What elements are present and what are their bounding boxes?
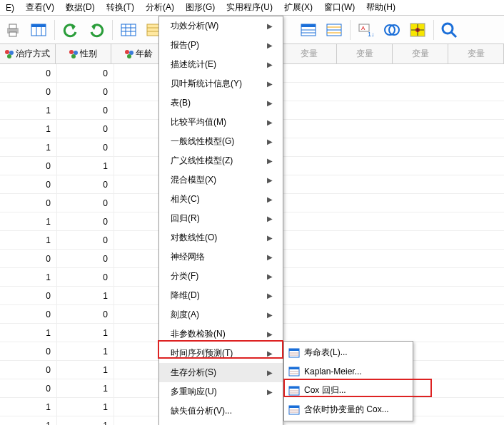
survival-menuitem[interactable]: Kaplan-Meier... bbox=[284, 362, 413, 381]
table-cell[interactable]: 0 bbox=[57, 194, 114, 212]
analyze-menuitem[interactable]: 描述统计(E)▶ bbox=[159, 55, 283, 74]
menu-window[interactable]: 窗口(W) bbox=[318, 0, 361, 16]
table-cell[interactable]: 0 bbox=[0, 64, 57, 82]
menu-extensions[interactable]: 扩展(X) bbox=[278, 0, 318, 16]
analyze-menuitem[interactable]: 多重响应(U)▶ bbox=[159, 382, 283, 401]
analyze-menuitem[interactable]: 一般线性模型(G)▶ bbox=[159, 132, 283, 151]
analyze-menuitem[interactable]: 神经网络▶ bbox=[159, 247, 283, 267]
table-cell[interactable]: 0 bbox=[0, 194, 57, 212]
table-cell[interactable]: 0 bbox=[0, 361, 57, 379]
table-cell[interactable]: 1 bbox=[57, 342, 114, 360]
analyze-menuitem[interactable]: 回归(R)▶ bbox=[159, 209, 283, 228]
print-icon[interactable] bbox=[3, 20, 23, 40]
search-icon[interactable] bbox=[440, 20, 460, 40]
undo-icon[interactable] bbox=[61, 20, 81, 40]
grid1-icon[interactable] bbox=[119, 20, 138, 40]
analyze-menuitem[interactable]: 降维(D)▶ bbox=[159, 286, 283, 305]
menu-analyze[interactable]: 分析(A) bbox=[140, 0, 180, 16]
redo-icon[interactable] bbox=[86, 20, 106, 40]
col-empty[interactable]: 变量 bbox=[393, 44, 448, 63]
table-cell[interactable]: 1 bbox=[0, 324, 57, 342]
table-cell[interactable]: 1 bbox=[0, 398, 57, 416]
analyze-menuitem[interactable]: 缺失值分析(V)... bbox=[159, 401, 283, 421]
menu-data[interactable]: 数据(D) bbox=[60, 0, 101, 16]
table-cell[interactable]: 0 bbox=[57, 138, 114, 156]
analyze-menuitem[interactable]: 时间序列预测(T)▶ bbox=[159, 344, 283, 363]
menu-help[interactable]: 帮助(H) bbox=[361, 0, 401, 16]
table-cell[interactable]: 0 bbox=[57, 101, 114, 119]
data-view-icon[interactable] bbox=[29, 20, 49, 40]
table-cell[interactable]: 1 bbox=[57, 287, 114, 304]
table-cell[interactable]: 0 bbox=[57, 231, 114, 249]
table-cell[interactable]: 0 bbox=[57, 175, 114, 193]
table-cell[interactable]: 0 bbox=[0, 175, 57, 193]
table-cell[interactable]: 0 bbox=[0, 157, 57, 175]
table-cell[interactable]: 0 bbox=[57, 83, 114, 101]
analyze-menuitem[interactable]: 比较平均值(M)▶ bbox=[159, 113, 283, 132]
menuitem-label: 降维(D) bbox=[171, 290, 200, 302]
analyze-menuitem[interactable]: 功效分析(W)▶ bbox=[159, 16, 283, 36]
table-cell[interactable]: 0 bbox=[57, 250, 114, 267]
analyze-menuitem[interactable]: 刻度(A)▶ bbox=[159, 305, 283, 324]
analyze-menuitem[interactable]: 广义线性模型(Z)▶ bbox=[159, 151, 283, 170]
svg-point-39 bbox=[71, 54, 76, 58]
table-cell[interactable]: 0 bbox=[0, 287, 57, 304]
analyze-menuitem[interactable]: 分类(F)▶ bbox=[159, 267, 283, 286]
analyze-menuitem[interactable]: 生存分析(S)▶ bbox=[159, 363, 283, 382]
table-cell[interactable]: 0 bbox=[57, 268, 114, 286]
table-cell[interactable]: 1 bbox=[57, 324, 114, 342]
survival-menuitem[interactable]: Cox 回归... bbox=[284, 381, 413, 400]
menu-utilities[interactable]: 实用程序(U) bbox=[221, 0, 278, 16]
sets-icon[interactable] bbox=[382, 20, 402, 40]
table-cell[interactable]: 1 bbox=[57, 379, 114, 397]
submenu-arrow-icon: ▶ bbox=[267, 195, 273, 203]
analyze-menuitem[interactable]: 混合模型(X)▶ bbox=[159, 170, 283, 190]
svg-point-42 bbox=[127, 54, 131, 58]
analyze-menuitem[interactable]: 非参数检验(N)▶ bbox=[159, 324, 283, 344]
svg-rect-52 bbox=[289, 386, 299, 389]
analyze-menuitem[interactable]: 对数线性(O)▶ bbox=[159, 228, 283, 247]
analyze-menuitem[interactable]: 表(B)▶ bbox=[159, 93, 283, 113]
table-cell[interactable]: 1 bbox=[57, 361, 114, 379]
table-cell[interactable]: 0 bbox=[0, 342, 57, 360]
table-cell[interactable]: 1 bbox=[0, 416, 57, 425]
col-sex[interactable]: 性别 bbox=[56, 44, 111, 63]
col-empty[interactable]: 变量 bbox=[448, 44, 504, 63]
analyze-menuitem[interactable]: 相关(C)▶ bbox=[159, 190, 283, 209]
survival-menuitem[interactable]: 寿命表(L)... bbox=[284, 343, 413, 362]
col-empty[interactable]: 变量 bbox=[281, 44, 337, 63]
analyze-menuitem[interactable]: 多重插补(I)▶ bbox=[159, 421, 283, 425]
table-cell[interactable]: 0 bbox=[0, 250, 57, 267]
table-cell[interactable]: 1 bbox=[0, 231, 57, 249]
table-cell[interactable]: 1 bbox=[0, 268, 57, 286]
table-cell[interactable]: 1 bbox=[0, 101, 57, 119]
menuitem-label: Cox 回归... bbox=[304, 384, 346, 396]
grid4-icon[interactable] bbox=[324, 20, 344, 40]
table-cell[interactable]: 1 bbox=[57, 416, 114, 425]
table-cell[interactable]: 0 bbox=[0, 379, 57, 397]
table-cell[interactable]: 1 bbox=[0, 212, 57, 230]
target-icon[interactable] bbox=[408, 20, 428, 40]
grid3-icon[interactable] bbox=[298, 20, 318, 40]
analyze-menuitem[interactable]: 报告(P)▶ bbox=[159, 36, 283, 55]
menu-graphs[interactable]: 图形(G) bbox=[180, 0, 221, 16]
label-icon[interactable]: A1↓ bbox=[356, 20, 376, 40]
table-cell[interactable]: 1 bbox=[57, 157, 114, 175]
col-therapy[interactable]: 治疗方式 bbox=[0, 44, 56, 63]
col-empty[interactable]: 变量 bbox=[337, 44, 393, 63]
survival-menuitem[interactable]: 含依时协变量的 Cox... bbox=[284, 400, 413, 419]
menu-transform[interactable]: 转换(T) bbox=[101, 0, 140, 16]
table-cell[interactable]: 1 bbox=[0, 120, 57, 138]
menu-view[interactable]: 查看(V) bbox=[20, 0, 60, 16]
table-cell[interactable]: 0 bbox=[57, 305, 114, 323]
analyze-menuitem[interactable]: 贝叶斯统计信息(Y)▶ bbox=[159, 74, 283, 93]
table-cell[interactable]: 0 bbox=[0, 305, 57, 323]
table-cell[interactable]: 0 bbox=[57, 212, 114, 230]
table-cell[interactable]: 0 bbox=[0, 83, 57, 101]
table-cell[interactable]: 0 bbox=[57, 64, 114, 82]
menu-edit[interactable]: E) bbox=[0, 1, 20, 15]
table-cell[interactable]: 0 bbox=[57, 120, 114, 138]
table-cell[interactable]: 1 bbox=[57, 398, 114, 416]
menuitem-label: 生存分析(S) bbox=[171, 367, 216, 379]
table-cell[interactable]: 1 bbox=[0, 138, 57, 156]
